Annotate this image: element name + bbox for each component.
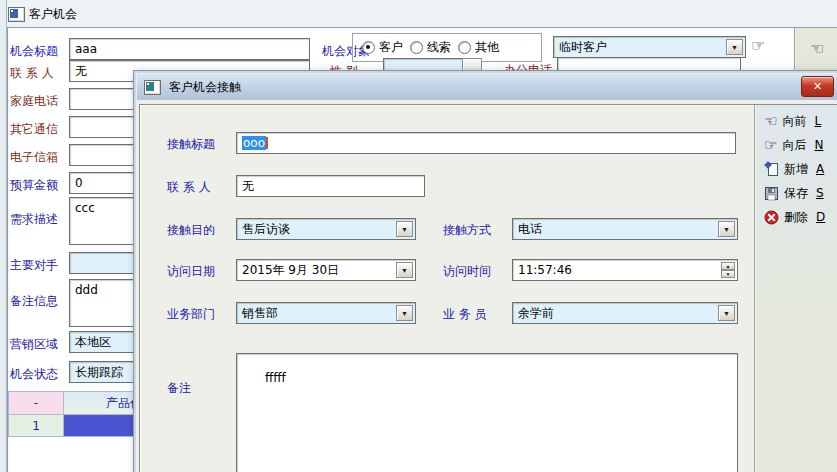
close-icon[interactable]: ✕ (801, 76, 834, 97)
grid-row-number[interactable]: 1 (8, 414, 64, 437)
radio-icon (410, 41, 423, 54)
purpose-label: 接触目的 (167, 223, 215, 237)
target-combo[interactable]: 临时客户 ▼ (553, 36, 746, 58)
save-floppy-icon (764, 186, 779, 201)
opportunity-title-input[interactable]: aaa (69, 38, 310, 60)
dialog-title: 客户机会接触 (169, 79, 241, 96)
opportunity-title-label: 机会标题 (10, 44, 58, 58)
purpose-combo[interactable]: 售后访谈 ▼ (236, 218, 416, 240)
delete-button[interactable]: 删除D (764, 207, 825, 227)
nav-prev-button[interactable]: ☜ 向前L (764, 111, 821, 131)
rival-label: 主要对手 (10, 258, 58, 272)
contact-person-label: 联 系 人 (167, 180, 211, 194)
hand-left-icon: ☜ (764, 114, 777, 129)
region-label: 营销区域 (10, 337, 58, 351)
window-left-border (0, 0, 7, 472)
method-label: 接触方式 (443, 223, 491, 237)
grid-header-rowmark[interactable]: - (8, 391, 64, 415)
department-combo[interactable]: 销售部 ▼ (236, 302, 416, 324)
salesman-combo[interactable]: 余学前 ▼ (512, 302, 738, 324)
delete-circle-icon (764, 210, 779, 225)
home-phone-label: 家庭电话 (10, 94, 58, 108)
visit-time-spinner[interactable]: 11:57:46 ▲ ▼ (512, 259, 738, 281)
remark-textarea[interactable]: fffff (236, 353, 738, 472)
radio-customer[interactable]: 客户 (362, 39, 403, 56)
hand-left-icon[interactable]: ☜ (810, 41, 824, 57)
salesman-label: 业 务 员 (443, 307, 487, 321)
department-label: 业务部门 (167, 307, 215, 321)
status-label: 机会状态 (10, 367, 58, 381)
new-button[interactable]: 新增A (764, 159, 824, 179)
main-window-button-panel: ☜ (794, 28, 837, 70)
dropdown-arrow-icon[interactable]: ▼ (726, 39, 743, 55)
dialog-icon (144, 80, 161, 95)
dropdown-arrow-icon[interactable]: ▼ (718, 305, 735, 321)
window-icon (8, 7, 25, 22)
radio-icon (458, 41, 471, 54)
grid-selected-cell[interactable] (63, 414, 143, 437)
spinner-up-icon[interactable]: ▲ (721, 262, 735, 270)
dialog-titlebar[interactable]: 客户机会接触 (137, 74, 837, 100)
dropdown-arrow-icon[interactable]: ▼ (396, 305, 413, 321)
method-combo[interactable]: 电话 ▼ (512, 218, 738, 240)
contact-title-label: 接触标题 (167, 137, 215, 151)
radio-selected-icon (362, 41, 375, 54)
contact-label: 联 系 人 (10, 66, 54, 80)
visit-date-picker[interactable]: 2015年 9月 30日 ▼ (236, 259, 416, 281)
note-label: 备注信息 (10, 294, 58, 308)
window-title: 客户机会 (29, 6, 77, 23)
select-customer-hand-icon[interactable]: ☞ (751, 38, 765, 54)
dropdown-arrow-icon[interactable]: ▼ (396, 262, 413, 278)
budget-label: 预算金额 (10, 178, 58, 192)
visit-date-label: 访问日期 (167, 264, 215, 278)
dropdown-arrow-icon[interactable]: ▼ (396, 221, 413, 237)
contact-dialog: 客户机会接触 ✕ 接触标题 ooo 联 系 人 无 接触目的 售后访谈 ▼ 接触… (133, 70, 837, 472)
contact-title-input[interactable]: ooo (236, 132, 736, 154)
new-document-icon (764, 161, 779, 177)
screen: 客户机会 机会标题 aaa 机会对象 客户 线索 其他 临时客户 ▼ ☞ ☜ 联… (0, 0, 837, 472)
email-label: 电子信箱 (10, 150, 58, 164)
other-comm-label: 其它通信 (10, 122, 58, 136)
demand-label: 需求描述 (10, 212, 58, 226)
radio-other[interactable]: 其他 (458, 39, 499, 56)
dropdown-arrow-icon[interactable]: ▼ (718, 221, 735, 237)
save-button[interactable]: 保存S (764, 183, 824, 203)
nav-next-button[interactable]: ☞ 向后N (764, 135, 823, 155)
contact-person-input[interactable]: 无 (236, 175, 425, 197)
spinner-down-icon[interactable]: ▼ (721, 270, 735, 278)
visit-time-label: 访问时间 (443, 264, 491, 278)
hand-right-icon: ☞ (764, 138, 777, 153)
text-caret (266, 137, 268, 149)
selected-text: ooo (242, 136, 266, 150)
remark-label: 备注 (167, 381, 191, 395)
radio-lead[interactable]: 线索 (410, 39, 451, 56)
